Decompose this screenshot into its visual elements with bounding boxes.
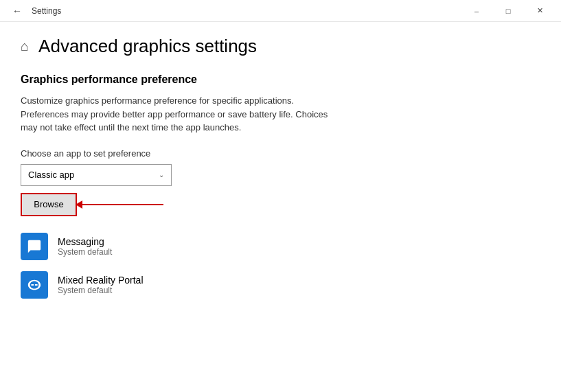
mixed-reality-app-status: System default — [58, 286, 144, 295]
dropdown-selected-value: Classic app — [28, 170, 74, 180]
page-title: Advanced graphics settings — [38, 36, 257, 57]
home-icon: ⌂ — [21, 38, 29, 54]
main-content: ⌂ Advanced graphics settings Graphics pe… — [0, 22, 561, 312]
app-type-dropdown[interactable]: Classic app ⌄ — [21, 164, 172, 186]
titlebar: ← Settings – □ ✕ — [0, 0, 561, 22]
back-button[interactable]: ← — [8, 3, 26, 19]
browse-button[interactable]: Browse — [21, 193, 77, 216]
page-header: ⌂ Advanced graphics settings — [21, 36, 540, 57]
close-button[interactable]: ✕ — [524, 0, 556, 22]
messaging-app-name: Messaging — [58, 236, 112, 247]
section-description: Customize graphics performance preferenc… — [21, 94, 336, 135]
list-item: Messaging System default — [21, 233, 540, 260]
messaging-info: Messaging System default — [58, 236, 112, 257]
mixed-reality-app-name: Mixed Reality Portal — [58, 275, 144, 286]
choose-app-label: Choose an app to set preference — [21, 148, 540, 159]
messaging-app-icon — [21, 233, 48, 260]
mixed-reality-app-icon — [21, 271, 48, 299]
titlebar-controls: – □ ✕ — [461, 0, 556, 22]
messaging-app-status: System default — [58, 247, 112, 257]
section-title: Graphics performance preference — [21, 73, 540, 86]
list-item: Mixed Reality Portal System default — [21, 271, 540, 299]
mixed-reality-icon — [27, 277, 42, 292]
chevron-down-icon: ⌄ — [159, 171, 164, 178]
app-list: Messaging System default Mixed Reality P… — [21, 233, 540, 299]
maximize-button[interactable]: □ — [492, 0, 524, 22]
titlebar-title: Settings — [32, 6, 61, 16]
browse-area: Browse — [21, 193, 540, 216]
arrow-line — [81, 204, 163, 205]
annotation-arrow — [81, 204, 163, 205]
messaging-icon — [27, 239, 42, 254]
titlebar-left: ← Settings — [8, 3, 61, 19]
minimize-button[interactable]: – — [461, 0, 492, 22]
mixed-reality-info: Mixed Reality Portal System default — [58, 275, 144, 295]
